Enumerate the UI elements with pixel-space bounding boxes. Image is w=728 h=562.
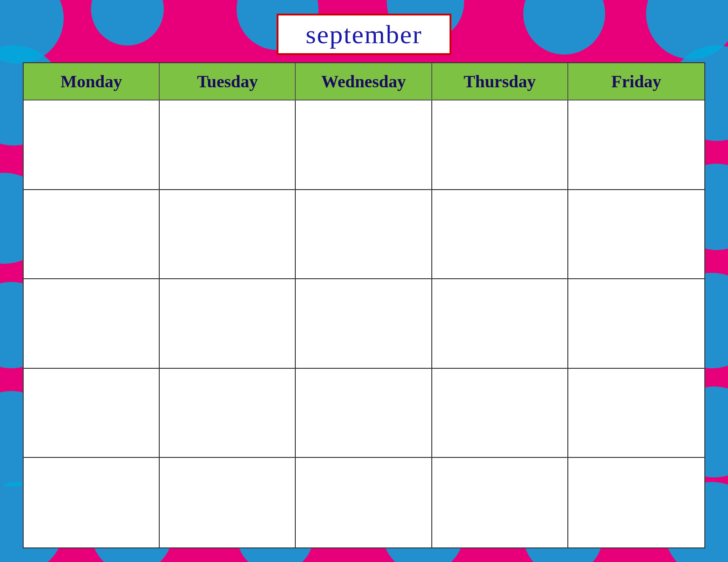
cell-r2-wed[interactable] [296, 190, 432, 279]
title-container: september [277, 14, 451, 55]
cell-r4-thu[interactable] [432, 369, 568, 457]
cell-r2-fri[interactable] [568, 190, 704, 279]
cell-r3-wed[interactable] [296, 279, 432, 368]
month-title: september [306, 20, 422, 49]
page-wrapper: september Monday Tuesday Wednesday Thurs… [0, 0, 728, 562]
calendar-row-3 [24, 279, 704, 369]
cell-r2-tue[interactable] [160, 190, 296, 279]
cell-r3-mon[interactable] [24, 279, 160, 368]
cell-r5-thu[interactable] [432, 458, 568, 547]
calendar-row-4 [24, 369, 704, 458]
cell-r4-fri[interactable] [568, 369, 704, 457]
cell-r5-wed[interactable] [296, 458, 432, 547]
header-thursday: Thursday [432, 63, 568, 100]
header-tuesday: Tuesday [160, 63, 296, 100]
header-monday: Monday [24, 63, 160, 100]
cell-r3-thu[interactable] [432, 279, 568, 368]
cell-r2-mon[interactable] [24, 190, 160, 279]
calendar-container: Monday Tuesday Wednesday Thursday Friday [23, 62, 705, 548]
header-wednesday: Wednesday [296, 63, 432, 100]
cell-r1-wed[interactable] [296, 100, 432, 189]
calendar-row-1 [24, 100, 704, 190]
cell-r4-wed[interactable] [296, 369, 432, 457]
cell-r5-tue[interactable] [160, 458, 296, 547]
cell-r4-tue[interactable] [160, 369, 296, 457]
cell-r5-fri[interactable] [568, 458, 704, 547]
cell-r3-tue[interactable] [160, 279, 296, 368]
cell-r5-mon[interactable] [24, 458, 160, 547]
cell-r3-fri[interactable] [568, 279, 704, 368]
calendar-row-2 [24, 190, 704, 280]
calendar-row-5 [24, 458, 704, 547]
cell-r1-thu[interactable] [432, 100, 568, 189]
title-box: september [277, 14, 451, 55]
cell-r4-mon[interactable] [24, 369, 160, 457]
header-friday: Friday [568, 63, 704, 100]
cell-r2-thu[interactable] [432, 190, 568, 279]
cell-r1-fri[interactable] [568, 100, 704, 189]
calendar-body [24, 100, 704, 547]
calendar-header: Monday Tuesday Wednesday Thursday Friday [24, 63, 704, 100]
cell-r1-tue[interactable] [160, 100, 296, 189]
cell-r1-mon[interactable] [24, 100, 160, 189]
